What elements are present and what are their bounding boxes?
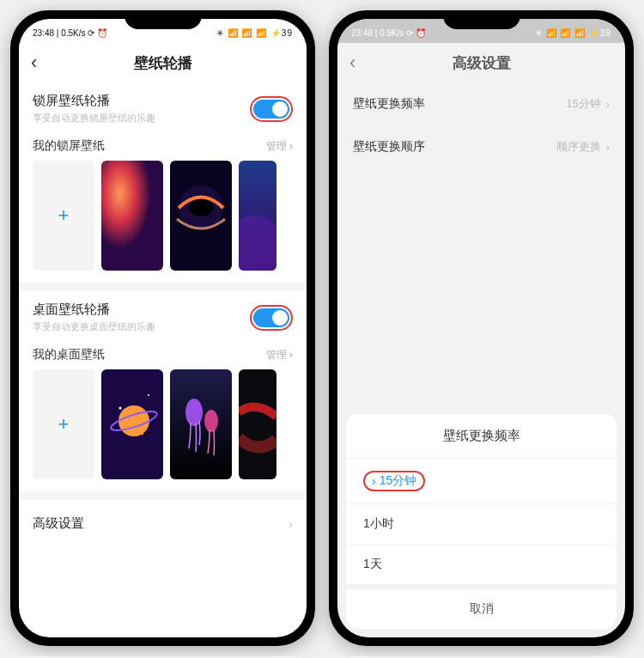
screen-right: 23:48 | 0.9K/s ⟳ ⏰ ✳ 📶 📶 📶 ⚡39 ‹ 高级设置 壁纸… bbox=[337, 19, 625, 637]
wallpaper-thumb[interactable] bbox=[170, 369, 232, 479]
svg-point-12 bbox=[185, 399, 203, 426]
divider bbox=[19, 283, 307, 291]
desktop-sub: 享受自动更换桌面壁纸的乐趣 bbox=[33, 320, 155, 333]
highlight-annotation bbox=[250, 305, 293, 331]
screen-left: 23:48 | 0.5K/s ⟳ ⏰ ✳ 📶 📶 📶 ⚡39 ‹ 壁纸轮播 锁屏… bbox=[19, 19, 307, 637]
page-title: 高级设置 bbox=[453, 53, 511, 73]
desktop-thumbs: + bbox=[19, 369, 307, 491]
sheet-option-1day[interactable]: 1天 bbox=[346, 544, 617, 584]
order-value: 顺序更换 bbox=[556, 139, 601, 155]
status-left: 23:48 | 0.9K/s ⟳ ⏰ bbox=[351, 28, 426, 38]
svg-point-9 bbox=[118, 405, 149, 436]
sheet-option-1hour[interactable]: 1小时 bbox=[346, 503, 617, 544]
divider bbox=[19, 491, 307, 500]
svg-point-13 bbox=[204, 410, 218, 432]
freq-value: 15分钟 bbox=[566, 96, 600, 112]
desktop-wallpapers-header: 我的桌面壁纸 管理 › bbox=[19, 344, 307, 369]
add-wallpaper-button[interactable]: + bbox=[33, 161, 94, 271]
svg-point-6 bbox=[119, 407, 122, 410]
wallpaper-thumb[interactable] bbox=[101, 369, 163, 479]
change-frequency-row[interactable]: 壁纸更换频率 15分钟 › bbox=[337, 82, 625, 125]
lockscreen-toggle[interactable] bbox=[253, 100, 289, 119]
notch bbox=[125, 10, 202, 29]
back-button[interactable]: ‹ bbox=[31, 52, 52, 74]
lockscreen-title: 锁屏壁纸轮播 bbox=[33, 93, 155, 109]
change-order-row[interactable]: 壁纸更换顺序 顺序更换 › bbox=[337, 125, 625, 168]
highlight-annotation: › 15分钟 bbox=[363, 471, 425, 491]
page-title: 壁纸轮播 bbox=[134, 53, 192, 73]
status-right: ✳ 📶 📶 📶 ⚡39 bbox=[535, 28, 611, 38]
back-button[interactable]: ‹ bbox=[349, 52, 370, 74]
add-wallpaper-button[interactable]: + bbox=[33, 369, 94, 479]
chevron-right-icon: › bbox=[606, 98, 610, 111]
sheet-title: 壁纸更换频率 bbox=[346, 414, 617, 458]
wallpaper-thumb[interactable] bbox=[101, 161, 163, 271]
wallpaper-thumb[interactable] bbox=[239, 161, 276, 271]
svg-rect-11 bbox=[170, 369, 232, 479]
check-icon: › bbox=[372, 474, 376, 488]
svg-point-7 bbox=[148, 394, 149, 396]
chevron-right-icon: › bbox=[606, 141, 610, 154]
wallpaper-thumb[interactable] bbox=[239, 369, 276, 479]
lockscreen-wallpapers-header: 我的锁屏壁纸 管理 › bbox=[19, 135, 307, 161]
sheet-cancel-button[interactable]: 取消 bbox=[346, 584, 617, 629]
content: 锁屏壁纸轮播 享受自动更换锁屏壁纸的乐趣 我的锁屏壁纸 管理 › + bbox=[19, 82, 307, 547]
desktop-toggle[interactable] bbox=[253, 308, 289, 327]
lockscreen-thumbs: + bbox=[19, 161, 307, 283]
notch bbox=[443, 10, 520, 29]
my-desktop-label: 我的桌面壁纸 bbox=[33, 347, 105, 363]
freq-label: 壁纸更换频率 bbox=[353, 96, 425, 112]
svg-rect-14 bbox=[239, 369, 276, 479]
order-label: 壁纸更换顺序 bbox=[353, 139, 425, 155]
status-left: 23:48 | 0.5K/s ⟳ ⏰ bbox=[33, 28, 107, 38]
nav-bar: ‹ 高级设置 bbox=[337, 43, 625, 82]
action-sheet: 壁纸更换频率 › 15分钟 1小时 1天 取消 bbox=[346, 414, 617, 629]
chevron-right-icon: › bbox=[289, 516, 293, 531]
advanced-label: 高级设置 bbox=[33, 515, 84, 532]
lockscreen-sub: 享受自动更换锁屏壁纸的乐趣 bbox=[33, 112, 155, 125]
sheet-option-15min[interactable]: › 15分钟 bbox=[346, 458, 617, 503]
advanced-settings-row[interactable]: 高级设置 › bbox=[19, 500, 307, 547]
desktop-carousel-row[interactable]: 桌面壁纸轮播 享受自动更换桌面壁纸的乐趣 bbox=[19, 291, 307, 344]
svg-point-3 bbox=[189, 199, 213, 216]
wallpaper-thumb[interactable] bbox=[170, 161, 232, 271]
status-right: ✳ 📶 📶 📶 ⚡39 bbox=[216, 28, 293, 38]
svg-rect-0 bbox=[101, 161, 163, 271]
phone-left: 23:48 | 0.5K/s ⟳ ⏰ ✳ 📶 📶 📶 ⚡39 ‹ 壁纸轮播 锁屏… bbox=[10, 10, 315, 646]
manage-desktop-link[interactable]: 管理 › bbox=[266, 348, 293, 363]
lockscreen-carousel-row[interactable]: 锁屏壁纸轮播 享受自动更换锁屏壁纸的乐趣 bbox=[19, 82, 307, 135]
phone-right: 23:48 | 0.9K/s ⟳ ⏰ ✳ 📶 📶 📶 ⚡39 ‹ 高级设置 壁纸… bbox=[329, 10, 634, 646]
my-lockscreen-label: 我的锁屏壁纸 bbox=[33, 138, 105, 154]
highlight-annotation bbox=[250, 96, 293, 122]
desktop-title: 桌面壁纸轮播 bbox=[33, 302, 155, 318]
nav-bar: ‹ 壁纸轮播 bbox=[19, 43, 307, 82]
manage-lockscreen-link[interactable]: 管理 › bbox=[266, 139, 293, 154]
